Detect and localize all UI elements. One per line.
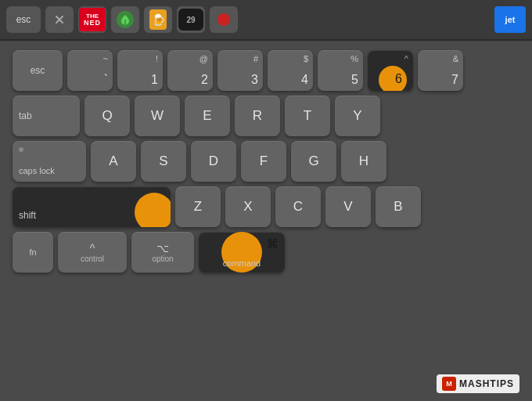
b-key[interactable]: B xyxy=(376,186,421,227)
d-key[interactable]: D xyxy=(191,141,236,182)
f-key[interactable]: F xyxy=(241,141,286,182)
touchbar-jet-btn[interactable]: jet xyxy=(494,6,526,33)
esc-key[interactable]: esc xyxy=(13,50,63,91)
c-key[interactable]: C xyxy=(275,186,321,227)
6-key[interactable]: ^ 6 xyxy=(368,50,413,91)
7-key[interactable]: & 7 xyxy=(418,50,463,91)
x-key[interactable]: X xyxy=(225,186,271,227)
qwerty-row: tab Q W E R T Y xyxy=(13,96,519,136)
touchbar-esc-key[interactable]: esc xyxy=(6,6,41,33)
touchbar-leaf-btn[interactable] xyxy=(111,6,139,33)
29-icon: 29 xyxy=(178,9,203,31)
command-key[interactable]: ⌘ command xyxy=(199,232,285,273)
fn-key[interactable]: fn xyxy=(13,232,53,273)
touchbar-29-btn[interactable]: 29 xyxy=(177,6,205,33)
4-key[interactable]: $ 4 xyxy=(268,50,313,91)
caps-lock-key[interactable]: caps lock xyxy=(13,141,86,182)
h-key[interactable]: H xyxy=(341,141,386,182)
w-key[interactable]: W xyxy=(135,96,180,136)
e-key[interactable]: E xyxy=(185,96,230,136)
backtick-key[interactable]: ~ ` xyxy=(67,50,113,91)
caps-lock-dot xyxy=(19,147,23,152)
tab-key[interactable]: tab xyxy=(13,96,80,136)
6-key-orange-dot xyxy=(379,66,407,91)
touch-bar: esc THE NED 🍺 29 jet xyxy=(0,0,532,41)
mashtips-logo: M xyxy=(442,377,456,391)
asdf-row: caps lock A S D F G H xyxy=(13,141,519,182)
q-key[interactable]: Q xyxy=(84,96,130,136)
5-key[interactable]: % 5 xyxy=(318,50,363,91)
g-key[interactable]: G xyxy=(291,141,336,182)
watermark: M MASHTIPS xyxy=(437,374,519,393)
s-key[interactable]: S xyxy=(141,141,186,182)
touchbar-beer-btn[interactable]: 🍺 xyxy=(144,6,172,33)
touchbar-close-btn[interactable] xyxy=(45,6,74,33)
option-key[interactable]: ⌥ option xyxy=(131,232,194,273)
watermark-brand: MASHTIPS xyxy=(459,378,514,389)
shift-key[interactable]: shift xyxy=(13,186,171,227)
t-key[interactable]: T xyxy=(285,96,330,136)
touchbar-record-btn[interactable] xyxy=(210,6,238,33)
record-icon xyxy=(217,13,230,26)
zxcv-row: shift Z X C V B xyxy=(13,186,519,227)
control-key[interactable]: ^ control xyxy=(58,232,127,273)
beer-icon: 🍺 xyxy=(149,9,167,30)
v-key[interactable]: V xyxy=(325,186,371,227)
y-key[interactable]: Y xyxy=(335,96,380,136)
leaf-icon xyxy=(117,11,134,28)
shift-key-orange-dot xyxy=(135,193,171,227)
2-key[interactable]: @ 2 xyxy=(167,50,213,91)
ned-icon: THE NED xyxy=(79,8,106,31)
r-key[interactable]: R xyxy=(235,96,280,136)
number-row: esc ~ ` ! 1 @ 2 # 3 $ 4 % 5 ^ xyxy=(13,50,519,91)
keyboard: esc ~ ` ! 1 @ 2 # 3 $ 4 % 5 ^ xyxy=(0,41,532,290)
6-key-label: 6 xyxy=(395,72,402,86)
3-key[interactable]: # 3 xyxy=(217,50,263,91)
a-key[interactable]: A xyxy=(91,141,136,182)
z-key[interactable]: Z xyxy=(175,186,221,227)
bottom-row: fn ^ control ⌥ option ⌘ command xyxy=(13,232,519,273)
1-key[interactable]: ! 1 xyxy=(117,50,163,91)
touchbar-ned-btn[interactable]: THE NED xyxy=(78,6,106,33)
